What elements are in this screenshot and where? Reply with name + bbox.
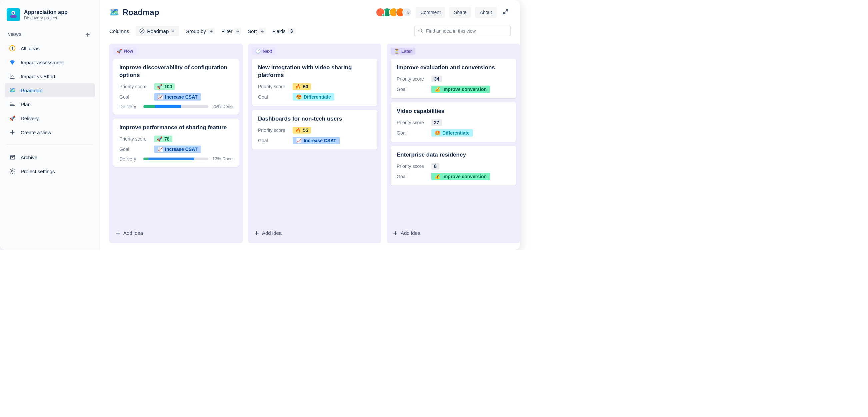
board: 🚀 Now Improve discoverability of configu… [100,40,520,250]
sidebar-item-plan[interactable]: Plan [5,97,95,111]
column-badge-next: 🕐 Next [252,48,275,55]
gear-icon [9,168,16,175]
idea-card[interactable]: Improve discoverability of configuration… [113,59,239,114]
avatar-stack[interactable]: +3 [378,8,412,17]
sidebar-item-impact-assessment[interactable]: Impact assessment [5,55,95,69]
topbar: 🗺️ Roadmap +3 Comment Share About [100,0,520,22]
priority-score-label: Priority score [258,128,289,133]
goal-text: Improve conversion [442,174,487,179]
add-idea-label: Add idea [401,230,420,236]
sidebar-item-label: Impact vs Effort [21,74,55,79]
about-button[interactable]: About [475,7,497,18]
sidebar-item-roadmap[interactable]: 🗺️ Roadmap [5,83,95,97]
delivery-label: Delivery [119,104,140,109]
sidebar-item-label: Archive [21,154,37,160]
sidebar-separator [7,144,93,145]
sidebar-item-delivery[interactable]: 🚀 Delivery [5,111,95,125]
plus-icon: + [234,28,241,34]
goal-label: Goal [397,130,427,136]
goal-label: Goal [397,86,427,92]
delivery-label: Delivery [119,156,140,162]
expand-icon[interactable] [501,7,511,18]
app-logo-icon [7,8,20,21]
chevron-down-icon [170,29,175,33]
search-field[interactable] [426,28,507,34]
avatar[interactable] [376,8,385,17]
hourglass-icon: ⏳ [394,48,399,54]
sidebar-item-label: All ideas [21,46,40,51]
plus-icon [254,231,259,236]
search-icon [418,28,423,34]
svg-point-10 [12,171,13,172]
sort-control[interactable]: Sort + [248,28,266,34]
column-badge-later: ⏳ Later [391,48,415,55]
score-number: 34 [434,76,439,81]
idea-card[interactable]: New integration with video sharing platf… [252,59,377,106]
idea-card[interactable]: Improve evaluation and conversions Prior… [391,59,516,98]
goal-label: Goal [119,146,150,152]
sidebar-item-create-view[interactable]: Create a view [5,125,95,139]
compass-icon [9,45,16,52]
add-idea-button[interactable]: Add idea [113,227,239,239]
plus-icon: + [259,28,266,34]
chart-icon [9,73,16,80]
column-later: ⏳ Later Improve evaluation and conversio… [387,44,520,243]
add-view-icon[interactable] [84,31,92,39]
column-badge-now: 🚀 Now [113,48,136,55]
column-label: Later [401,48,412,54]
add-idea-button[interactable]: Add idea [252,227,377,239]
app-subtitle: Discovery project [24,15,68,20]
column-header: 🕐 Next [252,48,377,55]
score-number: 27 [434,120,439,125]
filter-control[interactable]: Filter + [221,28,241,34]
diamond-icon [9,59,16,66]
goal-label: Goal [119,94,150,100]
idea-card[interactable]: Video capabilities Priority score 27 Goa… [391,102,516,142]
chart-up-icon: 📈 [157,146,163,152]
share-button[interactable]: Share [450,7,471,18]
priority-score-label: Priority score [119,84,150,89]
sidebar: Appreciation app Discovery project VIEWS… [0,0,100,250]
priority-score-value: 🚀 78 [154,136,172,142]
sidebar-item-project-settings[interactable]: Project settings [5,164,95,178]
idea-card[interactable]: Enterprise data residency Priority score… [391,146,516,185]
sidebar-item-label: Create a view [21,130,51,135]
columns-roadmap-label: Roadmap [147,28,169,34]
goal-text: Increase CSAT [165,94,198,100]
sidebar-item-all-ideas[interactable]: All ideas [5,41,95,55]
goal-label: Goal [397,174,427,179]
delivery-text: 25% Done [212,104,232,109]
group-by-label: Group by [185,28,206,34]
archive-icon [9,153,16,161]
goal-text: Increase CSAT [165,146,198,152]
avatar-overflow-text: +3 [405,10,410,15]
idea-card[interactable]: Dashboards for non-tech users Priority s… [252,110,377,149]
sidebar-item-archive[interactable]: Archive [5,150,95,164]
columns-control[interactable]: Columns [109,28,129,34]
group-by-control[interactable]: Group by + [185,28,215,34]
comment-button[interactable]: Comment [416,7,445,18]
chart-up-icon: 📈 [296,138,302,143]
views-label: VIEWS [8,32,22,37]
fields-label: Fields [272,28,286,34]
star-face-icon: 🤩 [296,94,302,100]
views-header: VIEWS [5,31,95,39]
idea-card[interactable]: Improve performance of sharing feature P… [113,118,239,167]
avatar-overflow[interactable]: +3 [402,8,412,17]
card-title: Improve evaluation and conversions [397,64,510,72]
app-name: Appreciation app [24,9,68,15]
score-number: 100 [164,84,172,89]
priority-score-label: Priority score [397,76,427,81]
sidebar-item-impact-vs-effort[interactable]: Impact vs Effort [5,69,95,83]
plus-icon [9,129,16,136]
goal-label: Goal [258,138,289,143]
fields-control[interactable]: Fields 3 [272,28,296,34]
column-header: 🚀 Now [113,48,239,55]
add-idea-button[interactable]: Add idea [391,227,516,239]
search-input[interactable] [414,26,511,36]
goal-text: Differentiate [442,130,470,136]
delivery-progress-bar [143,105,208,108]
svg-point-6 [12,75,13,76]
svg-point-7 [13,76,14,77]
columns-roadmap-dropdown[interactable]: Roadmap [136,26,179,36]
